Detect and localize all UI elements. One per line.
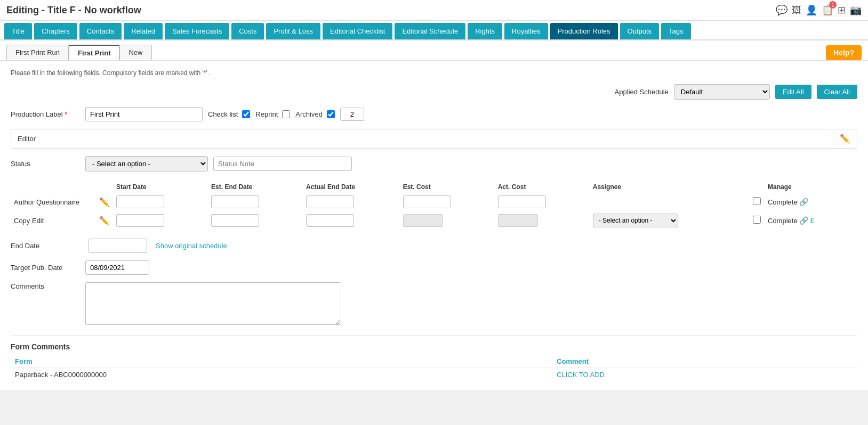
nav-tab-related[interactable]: Related — [124, 23, 163, 39]
row-label-author-questionnaire: Author Questionnaire — [11, 193, 96, 211]
show-original-schedule-link[interactable]: Show original schedule — [156, 242, 227, 250]
author-complete-label: Complete — [768, 198, 799, 206]
grid-icon[interactable]: ⊞ — [838, 4, 846, 16]
nav-tab-title[interactable]: Title — [4, 23, 32, 39]
help-button[interactable]: Help? — [826, 45, 862, 60]
author-act-cost[interactable] — [498, 195, 546, 208]
copy-start-date[interactable] — [116, 214, 164, 227]
target-pub-date-label: Target Pub. Date — [11, 264, 80, 272]
col-header-start-date: Start Date — [113, 181, 208, 193]
form-comments-section: Form Comments Form Comment Paperback - A… — [11, 336, 857, 381]
target-pub-date-row: Target Pub. Date — [11, 260, 857, 275]
nav-tab-production-roles[interactable]: Production Roles — [550, 23, 618, 39]
edit-all-button[interactable]: Edit All — [775, 85, 811, 99]
copy-act-cost[interactable] — [498, 214, 538, 227]
sub-tabs-left: First Print Run First Print New — [6, 45, 152, 60]
clear-all-button[interactable]: Clear All — [817, 85, 857, 99]
row-label-copy-edit: Copy Edit — [11, 211, 96, 230]
fc-col-comment: Comment — [552, 355, 857, 368]
notification-badge: 1 — [829, 1, 837, 9]
form-area: Please fill in the following fields. Com… — [0, 61, 868, 390]
archived-number-input[interactable] — [340, 108, 364, 121]
checklist-label: Check list — [208, 110, 238, 118]
col-header-act-cost: Act. Cost — [495, 181, 590, 193]
target-pub-date-input[interactable] — [85, 260, 149, 275]
list-icon[interactable]: 📋 1 — [822, 4, 833, 16]
copy-est-cost[interactable] — [403, 214, 443, 227]
comments-label: Comments — [11, 282, 80, 290]
nav-tabs: Title Chapters Contacts Related Sales Fo… — [0, 21, 868, 40]
nav-tab-contacts[interactable]: Contacts — [79, 23, 122, 39]
sub-tab-first-print[interactable]: First Print — [69, 45, 119, 60]
nav-tab-outputs[interactable]: Outputs — [620, 23, 660, 39]
production-label-input[interactable] — [85, 107, 203, 121]
author-start-date[interactable] — [116, 195, 164, 208]
comments-row: Comments — [11, 282, 857, 325]
nav-tab-rights[interactable]: Rights — [468, 23, 502, 39]
author-complete-checkbox[interactable] — [753, 197, 761, 205]
fc-form-value: Paperback - ABC0000000000 — [11, 368, 552, 382]
form-comments-table: Form Comment Paperback - ABC0000000000 C… — [11, 355, 857, 381]
archived-label: Archived — [295, 110, 323, 118]
photo-icon[interactable]: 📷 — [850, 4, 862, 16]
chat-icon[interactable]: 💬 — [776, 4, 787, 16]
status-note-input[interactable] — [213, 157, 352, 171]
sub-tab-first-print-run[interactable]: First Print Run — [6, 45, 69, 60]
reprint-group: Reprint — [255, 110, 290, 118]
copy-link-icon[interactable]: 🔗 — [799, 216, 808, 225]
col-header-task — [11, 181, 96, 193]
nav-tab-chapters[interactable]: Chapters — [34, 23, 77, 39]
instructions-text: Please fill in the following fields. Com… — [11, 69, 857, 77]
status-row: Status - Select an option - — [11, 156, 857, 171]
copy-complete-checkbox[interactable] — [753, 216, 761, 224]
nav-tab-costs[interactable]: Costs — [231, 23, 264, 39]
form-comments-title: Form Comments — [11, 342, 857, 351]
checklist-group: Check list — [208, 110, 250, 118]
author-est-cost[interactable] — [403, 195, 451, 208]
archived-group: Archived — [295, 110, 335, 118]
reprint-checkbox[interactable] — [282, 110, 290, 118]
production-label-row: Production Label * Check list Reprint Ar… — [11, 107, 857, 121]
sub-tabs-bar: First Print Run First Print New Help? — [0, 40, 868, 61]
nav-tab-sales-forecasts[interactable]: Sales Forecasts — [165, 23, 229, 39]
end-date-input[interactable] — [89, 239, 147, 253]
schedule-table: Start Date Est. End Date Actual End Date… — [11, 181, 857, 230]
author-est-end-date[interactable] — [211, 195, 259, 208]
nav-tab-royalties[interactable]: Royalties — [504, 23, 548, 39]
fc-comment-value[interactable]: CLICK TO ADD — [552, 368, 857, 382]
sub-tab-new[interactable]: New — [119, 45, 151, 60]
archived-checkbox[interactable] — [327, 110, 335, 118]
editor-edit-icon[interactable]: ✏️ — [840, 134, 850, 144]
table-row: Author Questionnaire ✏️ Complete 🔗 — [11, 193, 857, 211]
nav-tab-editorial-schedule[interactable]: Editorial Schedule — [395, 23, 465, 39]
row-edit-icon-copy[interactable]: ✏️ — [99, 216, 110, 225]
copy-est-end-date[interactable] — [211, 214, 259, 227]
row-edit-icon-author[interactable]: ✏️ — [99, 198, 110, 207]
status-label: Status — [11, 160, 80, 168]
author-link-icon[interactable]: 🔗 — [799, 198, 808, 206]
col-header-manage: Manage — [765, 181, 857, 193]
author-actual-end-date[interactable] — [306, 195, 354, 208]
status-select[interactable]: - Select an option - — [85, 156, 208, 171]
end-date-label: End Date — [11, 242, 80, 250]
col-header-est-end-date: Est. End Date — [208, 181, 303, 193]
nav-tab-profit-loss[interactable]: Profit & Loss — [266, 23, 320, 39]
col-header-est-cost: Est. Cost — [400, 181, 495, 193]
editor-label: Editor — [18, 135, 87, 143]
nav-tab-tags[interactable]: Tags — [661, 23, 690, 39]
nav-tab-editorial-checklist[interactable]: Editorial Checklist — [323, 23, 392, 39]
copy-actual-end-date[interactable] — [306, 214, 354, 227]
user-icon[interactable]: 👤 — [806, 4, 817, 16]
applied-schedule-row: Applied Schedule Default Edit All Clear … — [11, 84, 857, 100]
table-row: Copy Edit ✏️ - Select an option - Compl — [11, 211, 857, 230]
checklist-checkbox[interactable] — [242, 110, 250, 118]
applied-schedule-select[interactable]: Default — [674, 84, 770, 100]
comments-textarea[interactable] — [85, 282, 341, 325]
col-header-assignee: Assignee — [590, 181, 750, 193]
col-header-edit — [96, 181, 113, 193]
copy-assignee-select[interactable]: - Select an option - — [593, 214, 678, 227]
top-header: Editing - Title F - No workflow 💬 🖼 👤 📋 … — [0, 0, 868, 21]
copy-pound-icon[interactable]: £ — [810, 216, 815, 225]
image-icon[interactable]: 🖼 — [792, 5, 801, 16]
col-header-checkbox — [750, 181, 765, 193]
